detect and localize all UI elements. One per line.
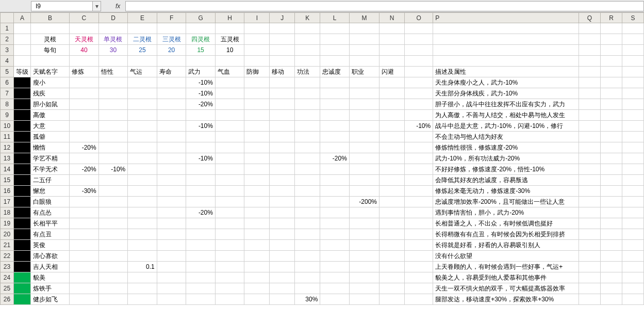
talent-desc[interactable]: 上天眷顾的人，有时候会遇到一些好事，气运+ [433, 262, 579, 272]
cell-F17[interactable] [157, 197, 186, 207]
cell-F11[interactable] [157, 132, 186, 142]
cell-D16[interactable] [98, 186, 128, 197]
cell-M10[interactable] [349, 121, 379, 132]
cell-K5[interactable]: 功法 [295, 67, 320, 77]
cell-L22[interactable] [320, 251, 350, 262]
col-header-A[interactable]: A [14, 13, 31, 23]
cell-O4[interactable] [404, 56, 433, 67]
cell-H12[interactable] [215, 142, 244, 153]
cell-H14[interactable] [215, 164, 244, 175]
talent-desc[interactable]: 天生部分身体残疾，武力-10% [433, 88, 579, 99]
cell-H8[interactable] [215, 99, 244, 110]
cell-F10[interactable] [157, 121, 186, 132]
level-cell[interactable] [14, 240, 31, 251]
cell-O18[interactable] [404, 207, 433, 218]
cell-D20[interactable] [98, 229, 128, 240]
talent-name[interactable]: 懈怠 [31, 186, 70, 197]
cell-H2[interactable]: 五灵根 [215, 34, 244, 45]
cell-O5[interactable] [404, 67, 433, 77]
cell-G24[interactable] [186, 272, 216, 283]
row-header[interactable]: 24 [1, 272, 14, 283]
row-header[interactable]: 1 [1, 23, 14, 34]
cell-F21[interactable] [157, 240, 186, 251]
cell-N17[interactable] [379, 197, 405, 207]
cell-S8[interactable] [622, 99, 644, 110]
cell-L18[interactable] [320, 207, 350, 218]
cell-F15[interactable] [157, 175, 186, 186]
cell-N24[interactable] [379, 272, 405, 283]
row-header[interactable]: 7 [1, 88, 14, 99]
cell-K3[interactable] [295, 45, 320, 56]
col-header-M[interactable]: M [349, 13, 379, 23]
cell-L2[interactable] [320, 34, 350, 45]
cell-L9[interactable] [320, 110, 350, 121]
cell-C13[interactable] [70, 153, 99, 164]
fx-icon[interactable]: fx [113, 3, 122, 10]
cell-J26[interactable] [270, 294, 295, 305]
cell-Q11[interactable] [579, 132, 600, 142]
cell-O16[interactable] [404, 186, 433, 197]
cell-I13[interactable] [244, 153, 270, 164]
cell-R10[interactable] [601, 121, 622, 132]
cell-O12[interactable] [404, 142, 433, 153]
talent-name[interactable]: 貌美 [31, 272, 70, 283]
cell-M18[interactable] [349, 207, 379, 218]
cell-Q25[interactable] [579, 283, 600, 294]
cell-C10[interactable] [70, 121, 99, 132]
talent-name[interactable]: 长相平平 [31, 218, 70, 229]
cell-D22[interactable] [98, 251, 128, 262]
cell-I4[interactable] [244, 56, 270, 67]
cell-H6[interactable] [215, 77, 244, 88]
cell-H9[interactable] [215, 110, 244, 121]
cell-C1[interactable] [70, 23, 99, 34]
cell-N9[interactable] [379, 110, 405, 121]
talent-desc[interactable]: 不好好修炼，修炼速度-20%，悟性-10% [433, 164, 579, 175]
col-header-O[interactable]: O [404, 13, 433, 23]
row-header[interactable]: 2 [1, 34, 14, 45]
cell-C19[interactable] [70, 218, 99, 229]
cell-F16[interactable] [157, 186, 186, 197]
spreadsheet-grid[interactable]: A B C D E F G H I J K L M N O P Q R S 12… [0, 12, 644, 305]
cell-N3[interactable] [379, 45, 405, 56]
cell-I14[interactable] [244, 164, 270, 175]
cell-J2[interactable] [270, 34, 295, 45]
cell-P5[interactable]: 描述及属性 [433, 67, 579, 77]
cell-E12[interactable] [128, 142, 157, 153]
cell-G11[interactable] [186, 132, 216, 142]
cell-M3[interactable] [349, 45, 379, 56]
cell-C8[interactable] [70, 99, 99, 110]
cell-C4[interactable] [70, 56, 99, 67]
cell-N10[interactable] [379, 121, 405, 132]
row-header[interactable]: 26 [1, 294, 14, 305]
row-header[interactable]: 18 [1, 207, 14, 218]
cell-G21[interactable] [186, 240, 216, 251]
cell-G3[interactable]: 15 [186, 45, 216, 56]
cell-G2[interactable]: 四灵根 [186, 34, 216, 45]
cell-O11[interactable] [404, 132, 433, 142]
cell-Q22[interactable] [579, 251, 600, 262]
cell-F5[interactable]: 寿命 [157, 67, 186, 77]
cell-E4[interactable] [128, 56, 157, 67]
cell-C7[interactable] [70, 88, 99, 99]
cell-G4[interactable] [186, 56, 216, 67]
cell-J3[interactable] [270, 45, 295, 56]
cell-J15[interactable] [270, 175, 295, 186]
cell-M22[interactable] [349, 251, 379, 262]
cell-L5[interactable]: 忠诚度 [320, 67, 350, 77]
cell-G22[interactable] [186, 251, 216, 262]
cell-E13[interactable] [128, 153, 157, 164]
row-header[interactable]: 3 [1, 45, 14, 56]
cell-S10[interactable] [622, 121, 644, 132]
cell-K13[interactable] [295, 153, 320, 164]
cell-N4[interactable] [379, 56, 405, 67]
talent-desc[interactable]: 貌美之人，容易受到他人爱慕和其他事件 [433, 272, 579, 283]
row-header[interactable]: 23 [1, 262, 14, 272]
cell-O10[interactable]: -10% [404, 121, 433, 132]
cell-G19[interactable] [186, 218, 216, 229]
cell-D21[interactable] [98, 240, 128, 251]
cell-F20[interactable] [157, 229, 186, 240]
cell-K20[interactable] [295, 229, 320, 240]
cell-A5[interactable]: 等级 [14, 67, 31, 77]
cell-F19[interactable] [157, 218, 186, 229]
cell-Q8[interactable] [579, 99, 600, 110]
